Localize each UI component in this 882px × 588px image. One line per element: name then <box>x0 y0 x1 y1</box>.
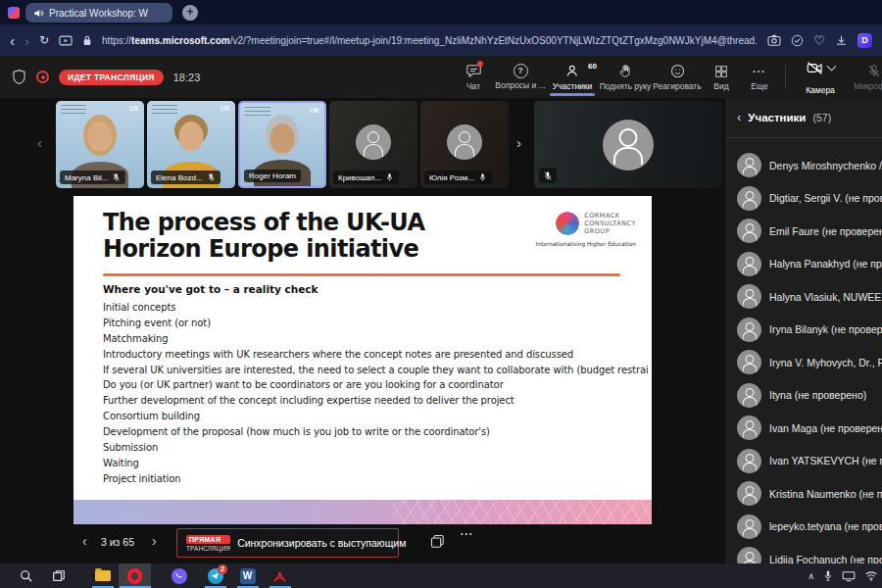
microphone-button[interactable]: Микрофон <box>849 56 882 98</box>
url-domain: teams.microsoft.com <box>131 35 230 46</box>
participant-row[interactable]: Digtiar, Sergii V. (не проверено) <box>725 182 882 216</box>
chat-label: Чат <box>466 81 480 91</box>
video-tile-roger[interactable]: UK Roger Horam <box>238 101 326 188</box>
participants-button[interactable]: 60 Участники <box>546 56 599 98</box>
panel-back-button[interactable]: ‹ <box>737 110 741 124</box>
slide-line: Introductory meetings with UK researcher… <box>103 347 648 363</box>
download-icon[interactable] <box>835 34 848 47</box>
tab-media-icon[interactable] <box>59 35 73 46</box>
presentation-slide: The process of the UK-UA Horizon Europe … <box>74 196 652 524</box>
forward-button[interactable]: › <box>24 33 29 48</box>
participant-name: Halyna Panakhyd (не проверено) <box>769 258 882 270</box>
camera-chevron-down-icon[interactable] <box>827 61 837 71</box>
task-view-button[interactable] <box>42 564 74 588</box>
chat-button[interactable]: Чат <box>452 56 495 98</box>
shield-check-icon[interactable] <box>791 34 804 47</box>
live-broadcast-badge: ИДЕТ ТРАНСЛЯЦИЯ <box>59 70 164 85</box>
search-icon <box>20 569 33 583</box>
more-label: Еще <box>751 81 767 91</box>
tray-mic-icon[interactable] <box>823 569 833 582</box>
react-button[interactable]: Реагировать <box>652 56 703 98</box>
snapshot-icon[interactable] <box>767 34 781 46</box>
url-field[interactable]: https://teams.microsoft.com/v2/?meetingj… <box>102 35 758 46</box>
extension-icon[interactable]: D <box>858 33 872 48</box>
tray-expand-icon[interactable]: ∧ <box>808 571 814 581</box>
slide-title-underline <box>103 273 620 276</box>
participant-row[interactable]: Ivan Maga (не проверено) <box>725 412 882 445</box>
browser-tab[interactable]: Practical Workshop: W <box>25 3 172 23</box>
more-button[interactable]: ••• Еще <box>740 56 779 98</box>
participant-name: Digtiar, Sergii V. (не проверено) <box>769 192 882 204</box>
video-tile-unnamed[interactable] <box>534 101 722 188</box>
participant-row[interactable]: Halyna Vlasiuk, NUWEE (не проверено) <box>725 280 882 314</box>
participant-row[interactable]: Kristina Naumenko (не проверено) <box>725 477 882 511</box>
tray-display-icon[interactable] <box>842 570 856 582</box>
chat-notification-dot <box>477 61 483 67</box>
gallery-icon <box>429 533 446 550</box>
filmstrip-next-button[interactable]: › <box>516 134 521 151</box>
slide-line: Do you (or UK partner) want to be coordi… <box>103 377 648 393</box>
tile-name: Кривошап... <box>338 173 381 182</box>
participant-name: Ityna (не проверено) <box>769 389 866 401</box>
acrobat-button[interactable] <box>264 564 296 588</box>
reload-button[interactable]: ↻ <box>39 34 49 46</box>
tray-wifi-icon[interactable] <box>864 570 878 581</box>
participant-row[interactable]: Emil Faure (не проверено) <box>725 215 882 248</box>
filmstrip-prev-button[interactable]: ‹ <box>37 134 42 151</box>
workspace-icon[interactable] <box>8 7 20 19</box>
participant-row[interactable]: Iryna V. Myhovych, Dr., Prof. (не провер… <box>725 346 882 379</box>
video-tile-maryna[interactable]: UK Maryna Bil... <box>56 101 144 188</box>
avatar <box>737 284 761 309</box>
participant-row[interactable]: Ityna (не проверено) <box>725 379 882 413</box>
slide-title-line2: Horizon Europe initiative <box>103 236 424 263</box>
live-tag-top: ПРЯМАЯ <box>186 535 230 544</box>
view-button[interactable]: Вид <box>703 56 740 98</box>
participant-row[interactable]: Iryna Bilanyk (не проверено) <box>725 314 882 347</box>
participant-name-pill: Maryna Bil... <box>60 171 125 184</box>
tile-name: Roger Horam <box>249 172 296 180</box>
sync-with-presenter-button[interactable]: ПРЯМАЯ ТРАНСЛЯЦИЯ Синхронизировать с выс… <box>176 528 399 558</box>
prev-slide-button[interactable]: ‹ <box>82 533 87 549</box>
participant-row[interactable]: Lidiia Fochanuch (не проверено) <box>725 543 882 564</box>
participant-row[interactable]: lepeyko.tetyana (не проверено) <box>725 511 882 544</box>
raise-hand-button[interactable]: Поднять руку <box>599 56 652 98</box>
bookmark-heart-icon[interactable]: ♡ <box>813 34 825 47</box>
uk-watermark: UK <box>129 105 139 112</box>
opera-button[interactable] <box>119 564 151 588</box>
microphone-label: Микрофон <box>854 81 882 91</box>
participant-row[interactable]: Halyna Panakhyd (не проверено) <box>725 248 882 281</box>
video-tile-elena[interactable]: UK Elena Bozd... <box>147 101 235 188</box>
avatar <box>737 318 761 342</box>
search-button[interactable] <box>10 564 42 588</box>
video-tile-yuliia[interactable]: Юлія Розм... <box>420 101 509 188</box>
mic-off-icon <box>866 63 882 79</box>
video-tile-kryvoshap[interactable]: Кривошап... <box>329 101 417 188</box>
slide-line: Submission <box>103 440 648 456</box>
view-grid-icon <box>713 64 729 79</box>
viber-button[interactable] <box>163 564 195 588</box>
back-button[interactable]: ‹ <box>10 33 15 48</box>
react-icon <box>669 63 686 79</box>
new-tab-button[interactable]: + <box>182 5 198 21</box>
lock-icon <box>82 34 92 46</box>
telegram-button[interactable]: 2 <box>199 564 231 588</box>
slide-heading: Where you've got to – a reality check <box>103 283 318 295</box>
logo-line: CONSULTANCY <box>584 220 636 227</box>
controls-more-button[interactable]: ••• <box>461 530 473 537</box>
avatar <box>737 153 761 177</box>
pop-out-view-button[interactable] <box>429 533 446 550</box>
participants-icon <box>564 63 581 79</box>
next-slide-button[interactable]: › <box>152 533 157 549</box>
raise-hand-label: Поднять руку <box>600 81 652 91</box>
participant-row[interactable]: Ivan YATSKEVYCH (не проверено) <box>725 445 882 478</box>
mic-icon <box>385 172 394 182</box>
participant-name-pill: Кривошап... <box>333 171 399 184</box>
qa-button[interactable]: ? Вопросы и ... <box>495 56 546 98</box>
camera-button[interactable]: Камера <box>792 56 849 98</box>
word-button[interactable]: W <box>231 564 264 588</box>
participant-name: Iryna V. Myhovych, Dr., Prof. (не провер… <box>769 357 882 368</box>
ccg-watermark <box>245 107 270 117</box>
file-explorer-button[interactable] <box>86 564 119 588</box>
logo-line: GROUP <box>584 227 636 235</box>
participant-row[interactable]: Denys Miroshnychenko / Денис <box>725 149 882 182</box>
